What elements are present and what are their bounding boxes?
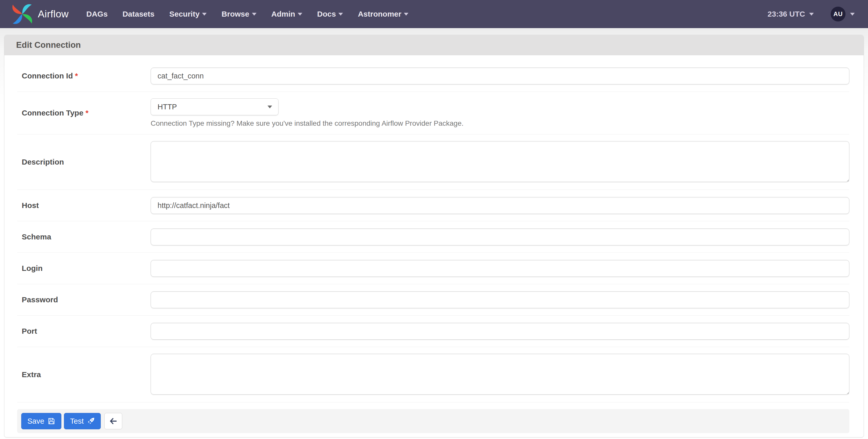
login-row: Login bbox=[17, 253, 849, 284]
host-row: Host bbox=[17, 190, 849, 221]
password-label: Password bbox=[17, 295, 151, 304]
page-title: Edit Connection bbox=[16, 40, 852, 50]
connection-id-label: Connection Id* bbox=[17, 72, 151, 80]
nav-menu: DAGs Datasets Security Browse Admin Docs… bbox=[79, 0, 416, 28]
login-input[interactable] bbox=[151, 260, 849, 277]
panel-body: Connection Id* Connection Type* HTTP Con… bbox=[4, 55, 864, 437]
airflow-brand[interactable]: Airflow bbox=[11, 3, 69, 25]
host-input[interactable] bbox=[151, 197, 849, 214]
connection-type-label: Connection Type* bbox=[17, 109, 151, 117]
page-background: Edit Connection Connection Id* Connectio… bbox=[0, 28, 868, 439]
navbar: Airflow DAGs Datasets Security Browse Ad… bbox=[0, 0, 868, 28]
password-input[interactable] bbox=[151, 291, 849, 308]
extra-label: Extra bbox=[17, 370, 151, 379]
extra-row: Extra bbox=[17, 347, 849, 402]
test-button[interactable]: Test bbox=[64, 413, 101, 429]
edit-connection-panel: Edit Connection Connection Id* Connectio… bbox=[4, 35, 864, 437]
airflow-pinwheel-icon bbox=[11, 3, 33, 25]
panel-header: Edit Connection bbox=[4, 35, 864, 55]
clock-dropdown[interactable]: 23:36 UTC bbox=[768, 10, 814, 19]
description-label: Description bbox=[17, 158, 151, 166]
connection-type-select[interactable]: HTTP bbox=[151, 98, 279, 115]
required-asterisk: * bbox=[86, 109, 89, 117]
password-row: Password bbox=[17, 284, 849, 315]
chevron-down-icon bbox=[338, 13, 343, 15]
floppy-save-icon bbox=[48, 417, 55, 425]
save-button[interactable]: Save bbox=[21, 413, 61, 429]
selected-connection-type: HTTP bbox=[158, 103, 177, 111]
chevron-down-icon bbox=[298, 13, 302, 15]
nav-item-docs[interactable]: Docs bbox=[310, 0, 350, 28]
arrow-left-icon bbox=[109, 417, 118, 426]
schema-row: Schema bbox=[17, 221, 849, 253]
select-chevron-down-icon bbox=[268, 105, 272, 108]
clock-label: 23:36 UTC bbox=[768, 10, 805, 19]
chevron-down-icon bbox=[809, 13, 814, 15]
nav-item-astronomer[interactable]: Astronomer bbox=[350, 0, 416, 28]
chevron-down-icon bbox=[252, 13, 256, 15]
extra-textarea[interactable] bbox=[151, 353, 849, 395]
nav-item-datasets[interactable]: Datasets bbox=[115, 0, 162, 28]
form-footer: Save Test bbox=[17, 409, 849, 433]
port-input[interactable] bbox=[151, 323, 849, 340]
back-button[interactable] bbox=[104, 413, 122, 429]
description-row: Description bbox=[17, 134, 849, 190]
port-row: Port bbox=[17, 315, 849, 347]
description-textarea[interactable] bbox=[151, 141, 849, 182]
connection-id-input[interactable] bbox=[151, 67, 849, 84]
user-menu-chevron-down-icon[interactable] bbox=[850, 13, 855, 15]
avatar[interactable]: AU bbox=[831, 7, 845, 22]
brand-title: Airflow bbox=[38, 8, 69, 20]
rocket-icon bbox=[87, 417, 95, 425]
chevron-down-icon bbox=[404, 13, 408, 15]
schema-label: Schema bbox=[17, 233, 151, 241]
schema-input[interactable] bbox=[151, 229, 849, 245]
host-label: Host bbox=[17, 201, 151, 210]
nav-item-dags[interactable]: DAGs bbox=[79, 0, 115, 28]
navbar-right: 23:36 UTC AU bbox=[768, 7, 855, 22]
nav-item-browse[interactable]: Browse bbox=[214, 0, 264, 28]
connection-id-row: Connection Id* bbox=[17, 60, 849, 92]
login-label: Login bbox=[17, 264, 151, 273]
port-label: Port bbox=[17, 327, 151, 336]
nav-item-admin[interactable]: Admin bbox=[264, 0, 310, 28]
nav-item-security[interactable]: Security bbox=[162, 0, 214, 28]
chevron-down-icon bbox=[202, 13, 207, 15]
connection-type-helper-text: Connection Type missing? Make sure you'v… bbox=[151, 119, 849, 128]
required-asterisk: * bbox=[75, 72, 78, 80]
connection-type-row: Connection Type* HTTP Connection Type mi… bbox=[17, 92, 849, 134]
